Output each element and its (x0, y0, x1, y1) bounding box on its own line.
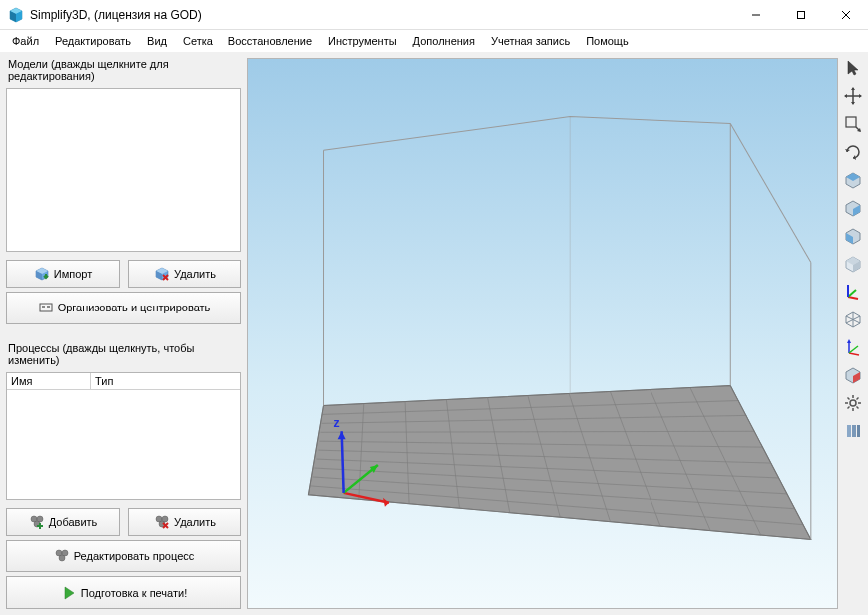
left-panel: Модели (дважды щелкните для редактирован… (0, 52, 247, 615)
import-label: Импорт (54, 268, 92, 280)
window-title: Simplify3D, (лицензия на GOD) (30, 8, 733, 22)
cross-section-tool[interactable] (841, 363, 865, 387)
svg-rect-101 (852, 425, 856, 437)
svg-point-91 (850, 400, 856, 406)
svg-marker-61 (851, 102, 855, 105)
edit-process-button[interactable]: Редактировать процесс (6, 540, 241, 573)
view-iso-tool[interactable] (841, 252, 865, 276)
delete-label: Удалить (174, 268, 216, 280)
menu-view[interactable]: Вид (139, 33, 175, 49)
view-side-tool[interactable] (841, 224, 865, 248)
move-tool[interactable] (841, 84, 865, 108)
play-icon (61, 585, 77, 601)
normals-tool[interactable] (841, 335, 865, 359)
titlebar: Simplify3D, (лицензия на GOD) (0, 0, 868, 30)
add-process-button[interactable]: Добавить (6, 508, 120, 536)
preview-tool[interactable] (841, 419, 865, 443)
svg-line-87 (849, 353, 859, 355)
menu-account[interactable]: Учетная запись (483, 33, 578, 49)
svg-line-79 (848, 290, 856, 297)
svg-line-97 (857, 407, 859, 409)
delete-process-label: Удалить (174, 516, 216, 528)
models-label: Модели (дважды щелкните для редактирован… (8, 58, 239, 82)
menu-tools[interactable]: Инструменты (320, 33, 405, 49)
delete-process-icon (154, 514, 170, 530)
axis-z-label: z (334, 416, 340, 430)
svg-line-96 (848, 398, 850, 400)
proc-col-type[interactable]: Тип (91, 373, 240, 389)
svg-marker-26 (65, 587, 74, 599)
delete-icon (154, 266, 170, 282)
menubar: Файл Редактировать Вид Сетка Восстановле… (0, 30, 868, 52)
menu-file[interactable]: Файл (4, 33, 47, 49)
menu-edit[interactable]: Редактировать (47, 33, 139, 49)
3d-viewport[interactable]: z (247, 58, 838, 609)
menu-restore[interactable]: Восстановление (220, 33, 320, 49)
select-tool[interactable] (841, 56, 865, 80)
processes-listbox[interactable]: Имя Тип (6, 372, 241, 500)
svg-marker-62 (844, 94, 847, 98)
menu-mesh[interactable]: Сетка (175, 33, 220, 49)
edit-process-icon (54, 548, 70, 564)
svg-rect-64 (846, 117, 856, 127)
prepare-label: Подготовка к печати! (81, 587, 187, 599)
delete-model-button[interactable]: Удалить (128, 260, 241, 288)
settings-tool[interactable] (841, 391, 865, 415)
processes-label: Процессы (дважды щелкнуть, чтобы изменит… (8, 342, 239, 366)
organize-label: Организовать и центрировать (58, 302, 211, 313)
svg-rect-10 (40, 304, 52, 311)
organize-button[interactable]: Организовать и центрировать (6, 292, 241, 324)
close-button[interactable] (823, 0, 868, 30)
svg-rect-102 (857, 425, 860, 437)
svg-line-99 (848, 407, 850, 409)
edit-process-label: Редактировать процесс (74, 550, 195, 562)
svg-rect-12 (47, 306, 50, 308)
right-toolbar (838, 52, 868, 615)
maximize-button[interactable] (778, 0, 823, 30)
import-button[interactable]: Импорт (6, 260, 120, 288)
processes-header: Имя Тип (7, 373, 240, 390)
organize-icon (38, 300, 54, 315)
wireframe-tool[interactable] (841, 308, 865, 331)
delete-process-button[interactable]: Удалить (128, 508, 241, 536)
svg-point-25 (59, 555, 65, 561)
svg-marker-86 (847, 339, 851, 343)
proc-col-name[interactable]: Имя (7, 373, 91, 389)
scale-tool[interactable] (841, 112, 865, 136)
svg-marker-63 (859, 94, 862, 98)
rotate-tool[interactable] (841, 140, 865, 164)
menu-addons[interactable]: Дополнения (405, 33, 483, 49)
svg-marker-57 (848, 61, 858, 75)
svg-line-98 (857, 398, 859, 400)
svg-line-78 (848, 297, 858, 299)
svg-rect-11 (42, 306, 45, 308)
axis-gizmo-tool[interactable] (841, 280, 865, 304)
svg-rect-5 (797, 11, 804, 18)
view-top-tool[interactable] (841, 168, 865, 192)
add-icon (29, 514, 45, 530)
import-icon (34, 266, 50, 282)
prepare-print-button[interactable]: Подготовка к печати! (6, 576, 241, 609)
svg-rect-100 (847, 425, 851, 437)
add-label: Добавить (49, 516, 98, 528)
app-icon (8, 7, 24, 23)
models-listbox[interactable] (6, 88, 241, 252)
minimize-button[interactable] (733, 0, 778, 30)
svg-marker-60 (851, 87, 855, 90)
view-front-tool[interactable] (841, 196, 865, 220)
svg-line-88 (849, 346, 858, 353)
menu-help[interactable]: Помощь (578, 33, 637, 49)
